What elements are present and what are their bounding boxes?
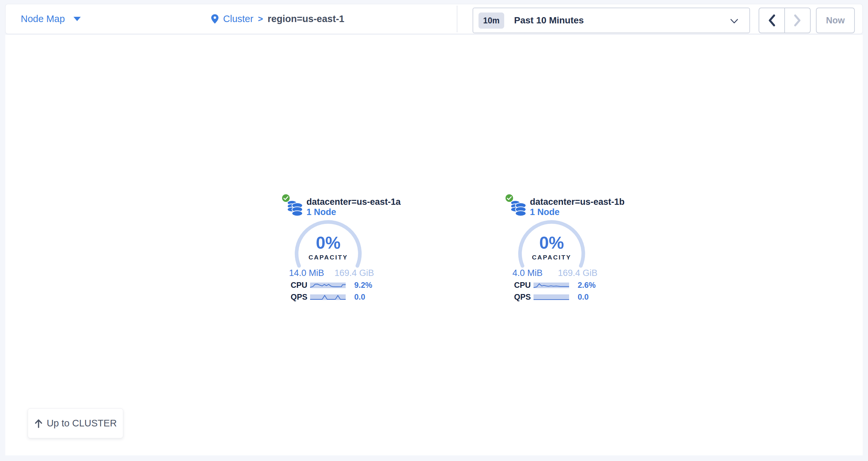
cpu-label: CPU [514,281,532,290]
top-toolbar: Node Map Cluster > region=us-east-1 10m … [5,4,863,34]
node-map-screen: Node Map Cluster > region=us-east-1 10m … [0,0,868,461]
capacity-percent: 0% [514,234,590,251]
chevron-right-icon [794,14,801,27]
cpu-value: 2.6% [578,281,596,290]
cpu-sparkline [310,283,346,288]
capacity-total: 169.4 GiB [558,268,597,278]
qps-value: 0.0 [578,292,589,302]
datacenter-title: datacenter=us-east-1a [307,197,401,207]
chevron-left-icon [768,14,776,27]
database-stack-icon [287,200,303,217]
up-to-cluster-label: Up to CLUSTER [47,418,117,429]
cpu-value: 9.2% [354,281,372,290]
database-stack-icon [510,200,527,217]
qps-value: 0.0 [354,292,365,302]
cpu-metric-row: CPU 9.2% [281,280,376,290]
qps-metric-row: QPS 0.0 [504,292,600,302]
cpu-sparkline [533,283,569,288]
capacity-used: 4.0 MiB [513,268,543,278]
capacity-total: 169.4 GiB [335,268,374,278]
view-selector-label: Node Map [21,13,65,24]
chevron-down-icon [730,19,738,24]
qps-sparkline [533,294,569,300]
time-range-label: Past 10 Minutes [514,15,584,26]
time-nav-group [758,7,811,33]
up-to-cluster-button[interactable]: Up to CLUSTER [28,408,123,438]
capacity-used: 14.0 MiB [289,268,324,278]
qps-label: QPS [514,292,532,302]
datacenter-node-count: 1 Node [530,207,560,217]
breadcrumb-separator: > [258,14,263,24]
caret-down-icon [73,17,81,21]
datacenter-card-us-east-1a[interactable]: datacenter=us-east-1a 1 Node 0% CAPACITY… [281,192,376,310]
breadcrumb-cluster-link[interactable]: Cluster [223,13,253,24]
datacenter-card-us-east-1b[interactable]: datacenter=us-east-1b 1 Node 0% CAPACITY… [504,192,600,310]
capacity-values: 14.0 MiB 169.4 GiB [289,268,374,278]
qps-sparkline [310,294,346,300]
datacenter-title: datacenter=us-east-1b [530,197,624,207]
capacity-caption: CAPACITY [514,254,590,261]
qps-label: QPS [291,292,309,302]
now-button[interactable]: Now [816,7,855,33]
breadcrumb: Cluster > region=us-east-1 [211,4,344,34]
capacity-percent: 0% [290,234,367,251]
node-map-canvas: datacenter=us-east-1a 1 Node 0% CAPACITY… [5,35,863,455]
datacenter-node-count: 1 Node [307,207,336,217]
capacity-caption: CAPACITY [290,254,367,261]
now-button-label: Now [826,15,845,26]
toolbar-divider [457,6,457,32]
view-selector-dropdown[interactable]: Node Map [21,4,81,34]
time-range-dropdown[interactable]: 10m Past 10 Minutes [472,7,750,33]
arrow-up-icon [34,419,43,428]
time-back-button[interactable] [759,8,784,33]
qps-metric-row: QPS 0.0 [281,292,376,302]
location-pin-icon [211,14,218,24]
cpu-metric-row: CPU 2.6% [504,280,600,290]
time-forward-button[interactable] [784,8,810,33]
time-range-badge: 10m [478,12,504,29]
cpu-label: CPU [291,281,309,290]
capacity-values: 4.0 MiB 169.4 GiB [513,268,597,278]
breadcrumb-current: region=us-east-1 [268,13,344,24]
